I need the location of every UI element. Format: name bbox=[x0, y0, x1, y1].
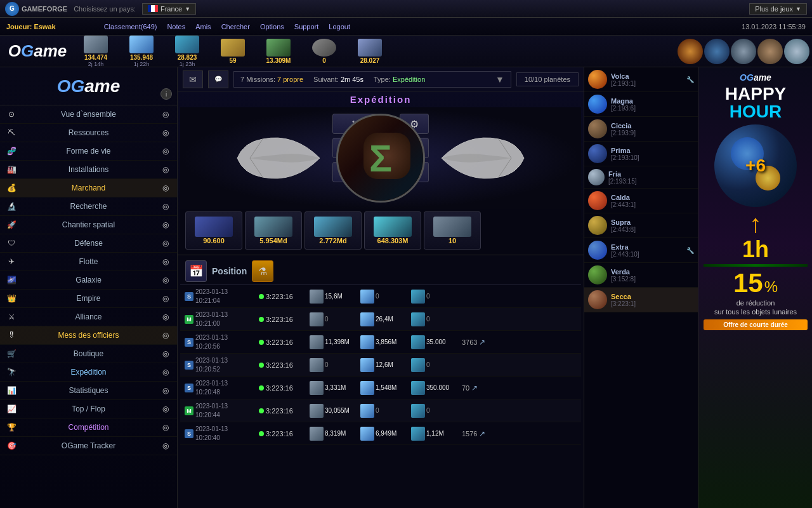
planet-extra[interactable]: Extra [2:443:10] 🔧 bbox=[584, 238, 698, 263]
sidebar-item-installations[interactable]: 🏭 Installations ◎ bbox=[0, 161, 177, 179]
table-row: S 2023-01-1310:20:48 3:223:16 3,331M 1,5… bbox=[180, 377, 581, 399]
sidebar-item-competition[interactable]: 🏆 Compétition ◎ bbox=[0, 418, 177, 437]
ship-slot-3[interactable]: 2.772Md bbox=[304, 211, 362, 250]
nav-support[interactable]: Support bbox=[294, 23, 319, 30]
planet-ciccia[interactable]: Ciccia [2:193:9] bbox=[584, 117, 698, 142]
info-button[interactable]: i bbox=[160, 88, 172, 100]
resource-dm[interactable]: 28.027 bbox=[348, 39, 392, 64]
planet-calda[interactable]: Calda [2:443:1] bbox=[584, 189, 698, 213]
planet-icon-3[interactable] bbox=[731, 39, 756, 64]
planet-prima[interactable]: Prima [2:193:10] bbox=[584, 142, 698, 166]
sidebar-item-tracker[interactable]: 🎯 OGame Tracker ◎ bbox=[0, 437, 177, 455]
calendar-icon[interactable]: 📅 bbox=[185, 260, 207, 282]
table-row: M 2023-01-1310:20:44 3:223:16 30,055M 0 bbox=[180, 399, 581, 422]
mission-dropdown-icon[interactable]: ▼ bbox=[495, 74, 504, 84]
sidebar-item-defense[interactable]: 🛡 Défense ◎ bbox=[0, 234, 177, 253]
share-count: 1576 bbox=[462, 430, 477, 438]
sidebar-item-expedition[interactable]: 🔭 Expédition ◎ bbox=[0, 363, 177, 382]
share-icon[interactable]: ↗ bbox=[479, 338, 485, 347]
planet-prima-info: Prima [2:193:10] bbox=[611, 147, 694, 161]
sidebar-item-fleet[interactable]: ✈ Flotte ◎ bbox=[0, 253, 177, 271]
sidebar-item-resources[interactable]: ⛏ Ressources ◎ bbox=[0, 124, 177, 142]
ship-slot-5[interactable]: 10 bbox=[424, 211, 481, 250]
planet-volca[interactable]: Volca [2:193:1] 🔧 bbox=[584, 67, 698, 92]
ship-slot-4[interactable]: 648.303M bbox=[364, 211, 421, 250]
share-icon[interactable]: ↗ bbox=[479, 429, 485, 438]
galaxy-icon: 🌌 bbox=[5, 274, 18, 286]
row-share: 3763 ↗ bbox=[462, 338, 500, 347]
crystal-mini-icon bbox=[360, 381, 374, 395]
ship-slot-1[interactable]: 90.600 bbox=[185, 211, 242, 250]
darkm-value: 13.309M bbox=[266, 57, 291, 64]
message-button[interactable]: ✉ bbox=[183, 70, 203, 88]
ad-offer-bar[interactable]: Offre de courte durée bbox=[704, 319, 808, 330]
ad-text2: sur tous les objets lunaires bbox=[714, 307, 797, 316]
planet-magna[interactable]: Magna [2:193:6] bbox=[584, 92, 698, 117]
nav-notes[interactable]: Notes bbox=[167, 23, 185, 30]
ad-ogame-logo: OGame bbox=[740, 72, 771, 83]
wrench-icon[interactable]: 🔧 bbox=[686, 247, 694, 254]
boutique-icon-right: ◎ bbox=[159, 347, 172, 360]
table-wrapper: S 2023-01-1310:21:04 3:223:16 15,6M 0 bbox=[180, 285, 581, 445]
ad-panel: OGame HAPPY HOUR +6 ↑ 1h 15 % de réducti… bbox=[698, 67, 812, 508]
row-res1: 3,331M bbox=[310, 381, 360, 395]
resource-metal[interactable]: 134.474 2j 14h bbox=[74, 36, 118, 67]
planet-icon-4[interactable] bbox=[757, 39, 783, 64]
ship-1-value: 90.600 bbox=[203, 237, 225, 244]
planet-magna-icon bbox=[588, 95, 607, 114]
planet-secca[interactable]: Secca [3:223:1] bbox=[584, 288, 698, 312]
planet-fria[interactable]: Fria [2:193:15] bbox=[584, 166, 698, 189]
ogame-header-logo: OGame bbox=[8, 41, 67, 61]
row-res2: 26,4M bbox=[360, 312, 411, 326]
planet-icon-5[interactable] bbox=[784, 39, 809, 64]
nav-options[interactable]: Options bbox=[260, 23, 284, 30]
planet-supra[interactable]: Supra [2:443:8] bbox=[584, 213, 698, 238]
resource-darkm[interactable]: 13.309M bbox=[256, 39, 301, 64]
nav-friends[interactable]: Amis bbox=[195, 23, 211, 30]
country-selector[interactable]: France ▼ bbox=[142, 3, 196, 15]
sidebar-item-galaxy[interactable]: 🌌 Galaxie ◎ bbox=[0, 271, 177, 290]
sidebar-item-merchant[interactable]: 💰 Marchand ◎ bbox=[0, 179, 177, 197]
planet-icon-1[interactable] bbox=[678, 39, 703, 64]
nav-ranking[interactable]: Classement(649) bbox=[104, 23, 157, 30]
sidebar-item-overview[interactable]: ⊙ Vue d`ensemble ◎ bbox=[0, 105, 177, 124]
row-res2: 0 bbox=[360, 404, 411, 418]
sidebar-item-shipyard[interactable]: 🚀 Chantier spatial ◎ bbox=[0, 216, 177, 234]
resource-energy[interactable]: 59 bbox=[211, 39, 255, 64]
mission-next: Suivant: 2m 45s bbox=[313, 76, 363, 83]
topflop-icon-right: ◎ bbox=[159, 403, 172, 415]
installations-icon-right: ◎ bbox=[159, 163, 172, 176]
planet-secca-info: Secca [3:223:1] bbox=[611, 293, 694, 307]
sidebar-item-boutique[interactable]: 🛒 Boutique ◎ bbox=[0, 345, 177, 363]
sidebar-item-alliance[interactable]: ⚔ Alliance ◎ bbox=[0, 308, 177, 326]
statistics-icon: 📊 bbox=[5, 384, 18, 397]
wrench-icon[interactable]: 🔧 bbox=[686, 76, 694, 83]
share-icon[interactable]: ↗ bbox=[471, 384, 478, 392]
sidebar-item-topflop[interactable]: 📈 Top / Flop ◎ bbox=[0, 400, 177, 418]
sidebar-item-research[interactable]: 🔬 Recherche ◎ bbox=[0, 197, 177, 216]
resource-deut[interactable]: 28.823 1j 23h bbox=[165, 36, 209, 67]
filter-icon[interactable]: ⚗ bbox=[252, 260, 273, 282]
planet-icon-2[interactable] bbox=[704, 39, 730, 64]
ship-3-icon bbox=[314, 217, 352, 237]
ship-slot-2[interactable]: 5.954Md bbox=[245, 211, 302, 250]
resource-crystal[interactable]: 135.948 1j 22h bbox=[119, 36, 164, 67]
planet-verda[interactable]: Verda [3:152:8] bbox=[584, 263, 698, 288]
overview-icon: ⊙ bbox=[5, 108, 18, 121]
dm-value: 28.027 bbox=[360, 57, 380, 64]
sidebar-item-statistics[interactable]: 📊 Statistiques ◎ bbox=[0, 382, 177, 400]
sidebar-item-officers[interactable]: 🎖 Mess des officiers ◎ bbox=[0, 326, 177, 345]
resource-population[interactable]: 0 bbox=[302, 39, 346, 64]
more-games-button[interactable]: Plus de jeux ▼ bbox=[749, 3, 807, 15]
sidebar-item-empire[interactable]: 👑 Empire ◎ bbox=[0, 290, 177, 308]
expedition-center-image: Σ bbox=[336, 114, 425, 203]
right-wing-icon bbox=[435, 120, 562, 196]
chat-button[interactable]: 💬 bbox=[208, 70, 228, 88]
nav-search[interactable]: Chercher bbox=[221, 23, 250, 30]
sidebar-item-lifeform[interactable]: 🧬 Forme de vie ◎ bbox=[0, 142, 177, 161]
planet-calda-icon bbox=[588, 191, 607, 210]
row-res1: 8,319M bbox=[310, 427, 360, 441]
ad-text1: de réduction bbox=[737, 298, 775, 307]
sidebar-label-fleet: Flotte bbox=[18, 257, 159, 266]
nav-logout[interactable]: Logout bbox=[329, 23, 350, 30]
